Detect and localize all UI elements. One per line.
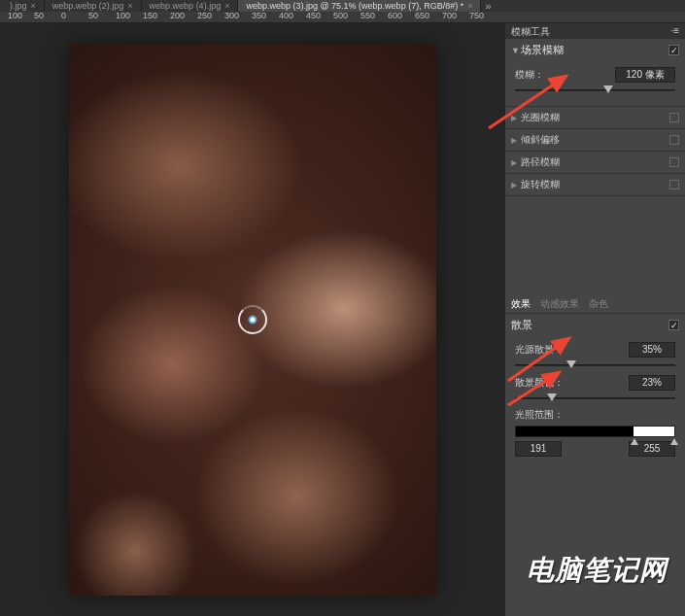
ruler-mark: 200 [170, 11, 185, 20]
panel-title-bar: 模糊工具 ·≡ [505, 23, 685, 39]
blur-amount-label: 模糊： [515, 68, 544, 82]
light-bokeh-slider[interactable] [515, 359, 675, 371]
bokeh-color-value[interactable]: 23% [629, 375, 675, 391]
section-bokeh[interactable]: 散景 ✓ [505, 314, 685, 336]
blur-focus-pin[interactable] [248, 316, 257, 325]
ruler-mark: 0 [61, 11, 66, 20]
section-checkbox[interactable] [669, 180, 679, 189]
canvas-viewport[interactable] [0, 23, 504, 616]
section-label: 散景 [511, 318, 532, 332]
light-range-label: 光照范围： [515, 408, 564, 422]
section-iris-blur[interactable]: ▶ 光圈模糊 [505, 107, 685, 129]
document-canvas[interactable] [69, 45, 436, 596]
section-spin-blur[interactable]: ▶ 旋转模糊 [505, 174, 685, 196]
section-path-blur[interactable]: ▶ 路径模糊 [505, 152, 685, 174]
ruler-mark: 350 [252, 11, 266, 20]
ruler-mark: 150 [143, 11, 157, 20]
ruler-mark: 250 [197, 11, 212, 20]
section-tilt-shift[interactable]: ▶ 倾斜偏移 [505, 129, 685, 152]
light-range-low[interactable]: 191 [515, 441, 562, 457]
bokeh-color-label: 散景颜色： [515, 376, 564, 390]
section-field-blur[interactable]: ▼ 场景模糊 ✓ [505, 39, 685, 61]
bokeh-color-slider[interactable] [515, 393, 675, 404]
ruler-mark: 700 [442, 11, 457, 20]
horizontal-ruler: 1005005010015020025030035040045050055060… [0, 12, 685, 23]
light-bokeh-value[interactable]: 35% [629, 342, 675, 358]
section-label: 倾斜偏移 [521, 133, 560, 147]
chevron-down-icon: ▼ [511, 46, 521, 55]
tab-noise[interactable]: 杂色 [589, 297, 608, 311]
ruler-mark: 500 [333, 11, 348, 20]
ruler-mark: 50 [88, 11, 98, 20]
section-label: 路径模糊 [521, 155, 560, 169]
section-label: 场景模糊 [521, 43, 564, 57]
panel-title-label: 模糊工具 [511, 25, 550, 37]
range-high-thumb[interactable] [670, 438, 678, 445]
section-checkbox[interactable]: ✓ [668, 320, 679, 330]
slider-thumb[interactable] [566, 360, 576, 368]
section-label: 光圈模糊 [521, 111, 560, 124]
ruler-mark: 100 [8, 11, 22, 20]
range-low-thumb[interactable] [631, 438, 638, 445]
ruler-mark: 750 [469, 11, 484, 20]
blur-tools-panel: 模糊工具 ·≡ ▼ 场景模糊 ✓ 模糊： 120 像素 ▶ [504, 23, 685, 616]
ruler-mark: 550 [360, 11, 375, 20]
ruler-mark: 50 [34, 11, 44, 20]
blur-amount-value[interactable]: 120 像素 [615, 67, 675, 83]
ruler-mark: 600 [388, 11, 402, 20]
tab-effects[interactable]: 效果 [511, 297, 531, 311]
watermark-text: 电脑笔记网 [527, 552, 668, 589]
light-range-gradient[interactable] [515, 426, 675, 437]
tab-motion-effects[interactable]: 动感效果 [540, 297, 579, 311]
slider-thumb[interactable] [547, 394, 557, 401]
chevron-right-icon: ▶ [511, 136, 521, 145]
effects-tab-bar: 效果 动感效果 杂色 [505, 293, 685, 314]
chevron-right-icon: ▶ [511, 158, 521, 167]
ruler-mark: 300 [224, 11, 239, 20]
chevron-right-icon: ▶ [511, 181, 521, 189]
section-checkbox[interactable] [669, 135, 679, 145]
section-label: 旋转模糊 [521, 178, 560, 191]
section-checkbox[interactable] [669, 157, 679, 167]
ruler-mark: 400 [279, 11, 293, 20]
slider-thumb[interactable] [603, 86, 613, 93]
light-bokeh-label: 光源散景： [515, 343, 564, 357]
chevron-right-icon: ▶ [511, 114, 521, 122]
ruler-mark: 100 [116, 11, 130, 20]
ruler-mark: 450 [306, 11, 321, 20]
panel-menu-icon[interactable]: ·≡ [670, 25, 679, 37]
section-checkbox[interactable] [669, 113, 679, 122]
blur-amount-slider[interactable] [515, 85, 675, 96]
section-checkbox[interactable]: ✓ [668, 45, 679, 55]
ruler-mark: 650 [415, 11, 429, 20]
